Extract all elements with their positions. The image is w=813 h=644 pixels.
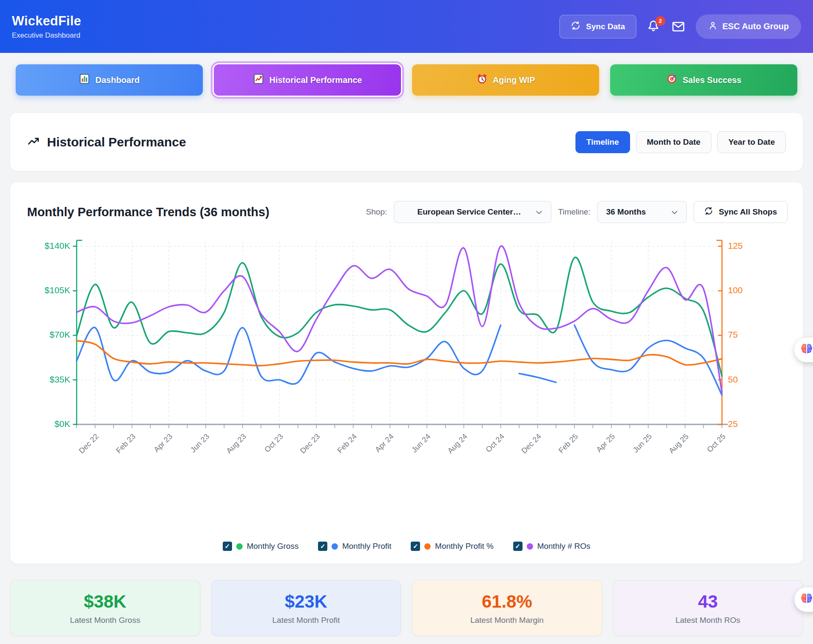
brand-block: WickedFile Executive Dashboard [12,14,81,40]
stat-latest-month-ros: 43 Latest Month ROs [613,580,803,636]
stat-value: $23K [285,592,327,612]
tab-historical-performance[interactable]: Historical Performance [214,64,401,96]
series-color-dot [527,543,533,550]
timeline-label: Timeline: [558,207,590,217]
stat-label: Latest Month Margin [470,616,544,625]
refresh-icon [571,21,581,33]
chart-header: Monthly Performance Trends (36 months) S… [27,201,788,223]
chart-title: Monthly Performance Trends (36 months) [27,205,269,219]
year-to-date-button[interactable]: Year to Date [717,131,786,153]
notification-badge: 2 [655,16,665,26]
bar-chart-icon [79,73,90,87]
legend-label: Monthly Profit % [435,542,493,551]
notifications-button[interactable]: 2 [647,19,661,34]
stat-latest-month-profit: $23K Latest Month Profit [211,580,401,636]
section-header-card: Historical Performance Timeline Month to… [10,113,803,171]
chevron-down-icon [536,207,542,217]
messages-button[interactable] [671,19,686,34]
brain-icon [800,593,813,606]
app-header: WickedFile Executive Dashboard Sync Data… [0,0,813,53]
sync-data-label: Sync Data [586,22,625,31]
legend-item-monthly-gross[interactable]: Monthly Gross [223,542,299,551]
chart-card: Monthly Performance Trends (36 months) S… [10,182,803,564]
alarm-clock-icon [476,73,488,87]
stat-cards-row: $38K Latest Month Gross $23K Latest Mont… [10,580,803,636]
tab-dashboard[interactable]: Dashboard [16,64,203,96]
series-color-dot [236,543,243,550]
section-title-block: Historical Performance [27,135,186,149]
legend-item-monthly-ros[interactable]: Monthly # ROs [513,542,591,551]
month-to-date-button[interactable]: Month to Date [636,131,712,153]
brain-icon [800,343,813,357]
shop-label: Shop: [366,207,387,217]
app-title: WickedFile [12,14,81,29]
legend-label: Monthly Profit [342,542,391,551]
header-actions: Sync Data 2 [559,14,801,39]
target-icon [666,73,678,87]
checkbox-checked-icon [411,542,420,551]
page-title: Historical Performance [47,135,186,149]
chevron-down-icon [671,207,678,217]
trending-up-icon [27,135,40,149]
shop-select-value: European Service Center… [403,207,536,217]
chart-legend: Monthly Gross Monthly Profit Monthly Pro… [10,542,803,551]
stat-latest-month-margin: 61.8% Latest Month Margin [412,580,602,636]
stat-label: Latest Month Profit [272,616,340,625]
chart-controls: Shop: European Service Center… Timeline:… [366,201,788,223]
timeline-select[interactable]: 36 Months [597,201,687,223]
chart-increasing-icon [253,73,264,87]
shop-select[interactable]: European Service Center… [394,201,551,223]
stat-latest-month-gross: $38K Latest Month Gross [10,580,200,636]
checkbox-checked-icon [513,542,523,551]
timeline-button[interactable]: Timeline [575,131,630,153]
tab-aging-label: Aging WIP [493,75,535,85]
legend-label: Monthly # ROs [537,542,591,551]
legend-item-monthly-profit-pct[interactable]: Monthly Profit % [411,542,493,551]
main-tabs: Dashboard Historical Performance Aging W… [16,64,797,96]
series-color-dot [332,543,338,550]
legend-item-monthly-profit[interactable]: Monthly Profit [318,542,391,551]
stat-value: $38K [84,592,126,612]
tab-aging-wip[interactable]: Aging WIP [412,64,599,96]
tab-sales-success[interactable]: Sales Success [610,64,797,96]
legend-label: Monthly Gross [247,542,299,551]
tab-dashboard-label: Dashboard [95,75,139,85]
tab-sales-label: Sales Success [683,75,741,85]
series-color-dot [424,543,431,550]
checkbox-checked-icon [223,542,232,551]
checkbox-checked-icon [318,542,327,551]
stat-label: Latest Month ROs [675,616,740,625]
view-toggle-group: Timeline Month to Date Year to Date [575,131,786,153]
stat-value: 61.8% [482,592,532,612]
app-subtitle: Executive Dashboard [12,31,81,40]
mail-icon [671,28,686,35]
account-button[interactable]: ESC Auto Group [696,14,801,39]
account-name: ESC Auto Group [722,22,789,31]
bell-icon [647,28,660,35]
timeline-select-value: 36 Months [606,207,646,217]
tab-historical-label: Historical Performance [269,75,362,85]
person-icon [708,21,718,33]
sync-data-button[interactable]: Sync Data [559,15,636,39]
stat-value: 43 [698,592,718,612]
performance-chart[interactable] [23,226,785,480]
sync-all-shops-button[interactable]: Sync All Shops [694,201,788,223]
refresh-icon [704,206,713,217]
sync-all-shops-label: Sync All Shops [719,207,777,217]
stat-label: Latest Month Gross [70,616,140,625]
